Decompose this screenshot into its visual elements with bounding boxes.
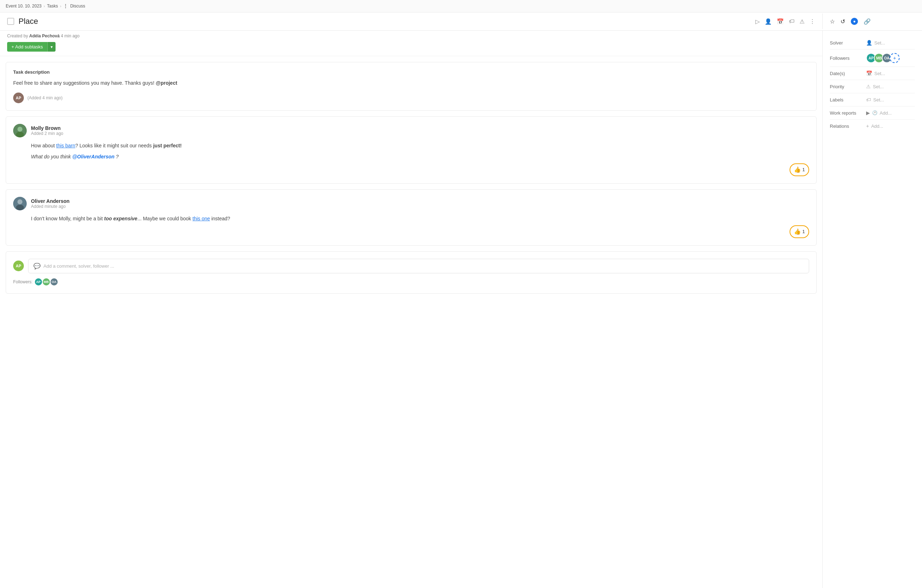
oliver-time: Added minute ago (31, 204, 809, 209)
task-description-title: Task description (13, 69, 809, 75)
created-by-label: Created by (7, 33, 28, 38)
description-avatar: AP (13, 93, 24, 103)
meta-row: Created by Adéla Pechová 4 min ago + Add… (0, 31, 822, 56)
oliver-message: I don't know Molly, might be a bit too e… (31, 215, 809, 222)
breadcrumb-tasks[interactable]: Tasks (47, 3, 58, 8)
breadcrumb-sep-1: › (44, 4, 45, 8)
relations-value[interactable]: + Add... (866, 123, 915, 129)
description-text-plain: Feel free to share any suggestions you m… (13, 80, 156, 86)
comment-molly-body: How about this barn? Looks like it might… (31, 142, 809, 176)
solver-label: Solver (830, 40, 862, 46)
molly-reaction-count: 1 (803, 166, 805, 174)
relations-add-text: Add... (871, 124, 883, 129)
comment-input-field[interactable]: 💬 Add a comment, solver, follower ... (28, 259, 809, 273)
priority-set-text: Set... (873, 84, 884, 89)
molly-reaction-emoji: 👍 (794, 165, 801, 175)
breadcrumb-discuss[interactable]: Discuss (70, 3, 85, 8)
app-container: Event 10. 10. 2023 › Tasks › ⋮ Discuss P… (0, 0, 922, 588)
star-icon[interactable]: ☆ (830, 18, 835, 25)
add-subtasks-dropdown-button[interactable]: ▾ (47, 42, 56, 52)
molly-message-line2: What do you think @OliverAnderson ? (31, 153, 809, 160)
oliver-mention: @OliverAnderson (72, 154, 114, 160)
calendar-prop-icon: 📅 (866, 70, 872, 76)
dates-label: Date(s) (830, 71, 862, 76)
more-options-icon[interactable]: ⋮ (809, 18, 815, 25)
this-one-link[interactable]: this one (193, 216, 210, 221)
person-icon[interactable]: 👤 (765, 18, 772, 25)
header-row: Place ▷ 👤 📅 🏷 ⚠ ⋮ ☆ ↺ ● 🔗 (0, 13, 922, 31)
barn-link[interactable]: this barn (56, 143, 75, 149)
oliver-avatar (13, 197, 27, 211)
add-follower-button[interactable]: + (889, 53, 899, 63)
left-panel: Created by Adéla Pechová 4 min ago + Add… (0, 31, 822, 588)
work-reports-add-text: Add... (879, 110, 892, 116)
priority-warning-icon: ⚠ (866, 83, 871, 89)
followers-label: Followers: (13, 279, 33, 284)
breadcrumb-sep-2: › (60, 4, 61, 8)
follower-avatar-1: AP (34, 278, 43, 286)
current-user-avatar: AP (13, 261, 24, 271)
followers-avatars-group: AP MB OA + (866, 53, 915, 63)
task-title: Place (18, 17, 751, 26)
oliver-reaction-badge[interactable]: 👍 1 (790, 225, 809, 238)
comment-input-row: AP 💬 Add a comment, solver, follower ... (13, 259, 809, 273)
dates-value[interactable]: 📅 Set... (866, 70, 915, 76)
creator-name: Adéla Pechová (29, 33, 59, 38)
followers-prop-label: Followers (830, 56, 862, 61)
bell-active-icon[interactable]: ● (851, 18, 858, 25)
comment-icon: 💬 (33, 263, 41, 270)
work-reports-play-icon[interactable]: ▶ (866, 110, 870, 116)
oliver-reaction-count: 1 (803, 228, 805, 236)
tag-icon[interactable]: 🏷 (789, 18, 794, 24)
molly-reaction-wrapper: 👍 1 (31, 160, 809, 176)
comment-molly-meta: Molly Brown Added 2 min ago (31, 125, 809, 136)
work-reports-clock-icon: 🕐 (872, 110, 878, 115)
work-reports-value[interactable]: ▶ 🕐 Add... (866, 110, 915, 116)
molly-reaction-badge[interactable]: 👍 1 (790, 163, 809, 176)
labels-label: Labels (830, 97, 862, 103)
comment-oliver-body: I don't know Molly, might be a bit too e… (31, 215, 809, 238)
description-footer-time: (Added 4 min ago) (28, 95, 63, 100)
oliver-name: Oliver Anderson (31, 198, 809, 204)
prop-work-reports: Work reports ▶ 🕐 Add... (830, 106, 915, 119)
warning-icon[interactable]: ⚠ (799, 18, 804, 25)
prop-priority: Priority ⚠ Set... (830, 80, 915, 93)
task-description-footer: AP (Added 4 min ago) (13, 93, 809, 103)
followers-row: Followers: AP MB OA (13, 278, 809, 286)
add-subtasks-button[interactable]: + Add subtasks (7, 42, 47, 52)
solver-value[interactable]: 👤 Set... (866, 40, 915, 46)
comment-molly: Molly Brown Added 2 min ago How about th… (6, 116, 817, 183)
task-toolbar: ▷ 👤 📅 🏷 ⚠ ⋮ (755, 18, 815, 25)
priority-value[interactable]: ⚠ Set... (866, 83, 915, 89)
svg-point-4 (18, 199, 23, 204)
calendar-icon[interactable]: 📅 (777, 18, 784, 25)
oliver-reaction-wrapper: 👍 1 (31, 222, 809, 238)
breadcrumb-event[interactable]: Event 10. 10. 2023 (6, 3, 42, 8)
task-checkbox[interactable] (7, 18, 14, 25)
molly-name: Molly Brown (31, 125, 809, 131)
molly-time: Added 2 min ago (31, 131, 809, 136)
right-panel: Solver 👤 Set... Followers AP MB OA + (822, 31, 922, 588)
refresh-icon[interactable]: ↺ (840, 18, 845, 25)
prop-labels: Labels 🏷 Set... (830, 93, 915, 106)
labels-tag-icon: 🏷 (866, 97, 871, 103)
avatar-group: AP MB OA + (866, 53, 899, 63)
notification-badge: ● (851, 18, 858, 25)
follower-avatar-2: MB (42, 278, 51, 286)
link-icon[interactable]: 🔗 (864, 18, 871, 25)
relations-plus-icon: + (866, 123, 869, 129)
molly-avatar (13, 124, 27, 137)
created-time-val: 4 min ago (61, 33, 80, 38)
breadcrumb-menu-dots[interactable]: ⋮ (63, 3, 68, 8)
description-mention: @project (156, 80, 177, 86)
svg-point-1 (18, 127, 23, 132)
prop-followers: Followers AP MB OA + (830, 49, 915, 67)
comment-oliver-meta: Oliver Anderson Added minute ago (31, 198, 809, 209)
play-icon[interactable]: ▷ (755, 18, 760, 25)
dates-set-text: Set... (874, 71, 885, 76)
labels-value[interactable]: 🏷 Set... (866, 97, 915, 103)
work-reports-label: Work reports (830, 110, 862, 116)
task-description-text: Feel free to share any suggestions you m… (13, 79, 809, 87)
molly-message-line1: How about this barn? Looks like it might… (31, 142, 809, 150)
follower-avatars: AP MB OA (36, 278, 58, 286)
